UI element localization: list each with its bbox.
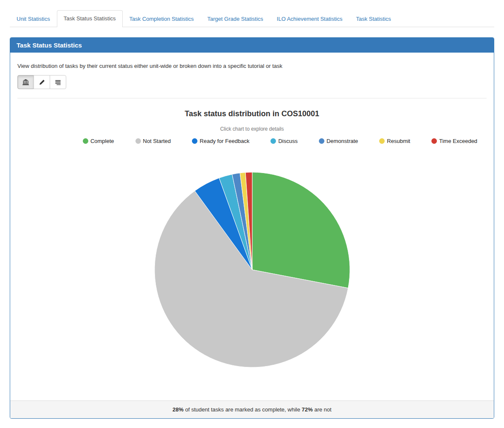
legend-swatch-demonstrate [319,138,324,144]
legend-label: Not Started [143,138,171,144]
panel-body: View distribution of tasks by their curr… [10,53,494,400]
legend-item-ready-for-feedback: Ready for Feedback [192,138,249,144]
pie-chart [17,171,487,400]
legend-swatch-ready-for-feedback [192,138,197,144]
legend-item-time-exceeded: Time Exceeded [431,138,477,144]
chart-legend: CompleteNot StartedReady for FeedbackDis… [45,138,504,144]
tab-target-grade-statistics[interactable]: Target Grade Statistics [200,11,270,27]
bank-icon [23,79,29,85]
legend-item-demonstrate: Demonstrate [319,138,358,144]
summary-text-1: of student tasks are marked as complete,… [183,406,301,413]
divider [17,98,487,98]
legend-item-complete: Complete [83,138,114,144]
task-button[interactable] [50,75,66,89]
chart-title-prefix: Task status distribution in [185,109,282,118]
panel-description: View distribution of tasks by their curr… [17,63,487,69]
legend-swatch-complete [83,138,88,144]
legend-item-not-started: Not Started [135,138,171,144]
tab-unit-statistics[interactable]: Unit Statistics [10,11,57,27]
legend-label: Ready for Feedback [200,138,249,144]
tutorial-button[interactable] [34,75,50,89]
tab-bar: Unit Statistics Task Status Statistics T… [10,10,494,27]
pencil-icon [39,79,45,85]
legend-swatch-discuss [270,138,276,144]
summary-complete-percent: 28% [172,406,183,413]
chart-title: Task status distribution in COS10001 [17,109,487,118]
panel-title: Task Status Statistics [10,38,494,53]
legend-swatch-not-started [135,138,141,144]
summary-incomplete-percent: 72% [302,406,313,413]
legend-label: Complete [90,138,114,144]
legend-label: Demonstrate [327,138,358,144]
task-list-icon [55,79,61,85]
chart-title-unit-code: COS10001 [282,109,319,118]
task-status-statistics-panel: Task Status Statistics View distribution… [10,37,494,419]
summary-text-2: are not [313,406,332,413]
legend-label: Resubmit [387,138,410,144]
tab-task-completion-statistics[interactable]: Task Completion Statistics [123,11,201,27]
scope-button-group [17,75,66,89]
tab-task-status-statistics[interactable]: Task Status Statistics [57,10,123,27]
legend-swatch-resubmit [379,138,385,144]
legend-swatch-time-exceeded [431,138,437,144]
summary-footer: 28% of student tasks are marked as compl… [10,400,494,418]
tab-task-statistics[interactable]: Task Statistics [349,11,397,27]
legend-label: Discuss [278,138,298,144]
pie-slice-complete[interactable] [252,172,350,288]
tab-ilo-achievement-statistics[interactable]: ILO Achievement Statistics [270,11,349,27]
page: Unit Statistics Task Status Statistics T… [0,10,504,428]
chart-subtitle: Click chart to explore details [17,126,487,132]
legend-item-resubmit: Resubmit [379,138,410,144]
unit-wide-button[interactable] [17,75,34,89]
legend-item-discuss: Discuss [270,138,298,144]
legend-label: Time Exceeded [439,138,477,144]
